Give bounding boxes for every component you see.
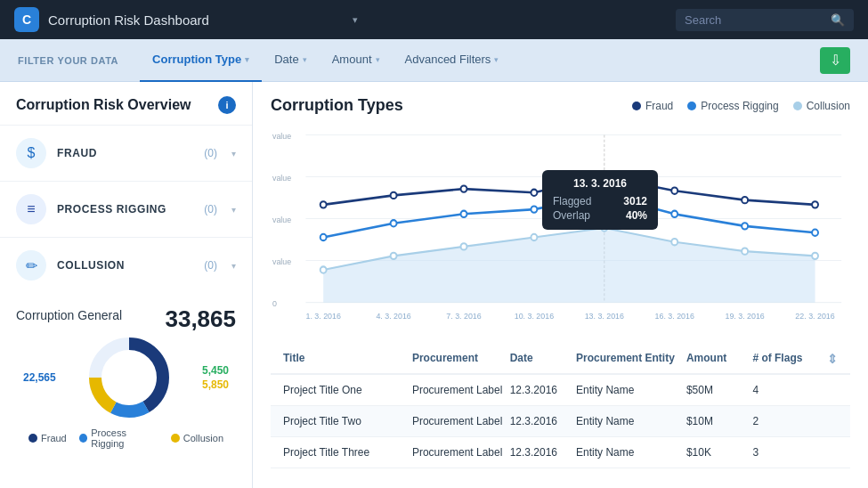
table-header: Title Procurement Date Procurement Entit… bbox=[271, 345, 850, 375]
process-dot bbox=[79, 434, 87, 443]
svg-point-27 bbox=[600, 191, 608, 199]
row-amount: $10M bbox=[686, 415, 749, 427]
chevron-down-icon: ▾ bbox=[303, 55, 307, 64]
table-row: Project Title Two Procurement Label 12.3… bbox=[271, 406, 850, 437]
app-logo: C bbox=[14, 7, 39, 32]
row-entity: Entity Name bbox=[576, 384, 683, 396]
chevron-down-icon: ▾ bbox=[231, 149, 236, 159]
col-date: Date bbox=[510, 352, 572, 366]
chevron-down-icon: ▾ bbox=[231, 205, 236, 215]
legend-process-chart: Process Rigging bbox=[687, 100, 778, 112]
svg-point-37 bbox=[742, 197, 748, 203]
table-row: Project Title One Procurement Label 12.3… bbox=[271, 375, 850, 406]
svg-text:1. 3. 2016: 1. 3. 2016 bbox=[305, 312, 340, 321]
sidebar-overview-title: Corruption Risk Overview bbox=[16, 97, 209, 113]
table-row: Project Title Three Procurement Label 12… bbox=[271, 437, 850, 468]
line-chart-container: value value value value 0 bbox=[271, 126, 850, 330]
svg-point-19 bbox=[601, 224, 607, 231]
svg-point-31 bbox=[320, 201, 327, 207]
svg-text:19. 3. 2016: 19. 3. 2016 bbox=[725, 312, 764, 321]
search-input[interactable] bbox=[685, 13, 825, 27]
svg-point-23 bbox=[320, 234, 327, 240]
svg-text:0: 0 bbox=[272, 299, 277, 308]
sidebar: Corruption Risk Overview i $ FRAUD (0) ▾… bbox=[0, 82, 253, 488]
filter-amount[interactable]: Amount ▾ bbox=[320, 39, 393, 82]
search-bar: 🔍 bbox=[676, 9, 854, 31]
row-procurement: Procurement Label bbox=[412, 446, 507, 459]
filter-bar-label: FILTER YOUR DATA bbox=[18, 55, 118, 66]
svg-point-15 bbox=[320, 266, 327, 272]
search-icon: 🔍 bbox=[831, 13, 845, 27]
donut-left-label: 22,565 bbox=[23, 371, 56, 384]
main-layout: Corruption Risk Overview i $ FRAUD (0) ▾… bbox=[0, 82, 868, 488]
process-rigging-count: (0) bbox=[204, 203, 217, 216]
donut-chart-row: 22,565 5,450 5,850 bbox=[16, 333, 236, 422]
fraud-dot bbox=[28, 434, 37, 443]
row-title: Project Title Two bbox=[283, 415, 409, 427]
line-chart-svg: value value value value 0 bbox=[271, 126, 850, 330]
svg-point-20 bbox=[671, 239, 677, 245]
filter-corruption-type[interactable]: Corruption Type ▾ bbox=[140, 39, 262, 82]
svg-text:value: value bbox=[272, 173, 291, 182]
svg-point-38 bbox=[812, 201, 818, 207]
filter-date[interactable]: Date ▾ bbox=[262, 39, 319, 82]
svg-point-26 bbox=[531, 206, 537, 212]
collusion-count: (0) bbox=[204, 259, 217, 272]
row-title: Project Title One bbox=[283, 384, 409, 396]
collusion-dot bbox=[171, 434, 180, 443]
sidebar-item-process-rigging[interactable]: ≡ PROCESS RIGGING (0) ▾ bbox=[0, 182, 252, 237]
sidebar-overview-header: Corruption Risk Overview i bbox=[0, 82, 252, 125]
legend-process: Process Rigging bbox=[79, 427, 158, 449]
svg-point-24 bbox=[391, 220, 397, 226]
svg-point-17 bbox=[461, 243, 467, 249]
download-button[interactable]: ⇩ bbox=[820, 47, 850, 74]
row-entity: Entity Name bbox=[576, 446, 683, 459]
data-table: Title Procurement Date Procurement Entit… bbox=[271, 345, 850, 468]
general-label: Corruption General bbox=[16, 308, 122, 322]
app-title-chevron[interactable]: ▾ bbox=[353, 14, 358, 26]
fraud-label: FRAUD bbox=[57, 147, 193, 159]
svg-point-35 bbox=[600, 173, 608, 181]
svg-text:22. 3. 2016: 22. 3. 2016 bbox=[795, 312, 834, 321]
chevron-down-icon: ▾ bbox=[376, 55, 380, 64]
row-flags: 4 bbox=[752, 384, 815, 396]
legend-collusion: Collusion bbox=[171, 433, 223, 443]
svg-point-36 bbox=[671, 188, 677, 194]
chevron-down-icon: ▾ bbox=[245, 55, 249, 64]
fraud-count: (0) bbox=[204, 147, 217, 159]
col-flags: # of Flags bbox=[752, 352, 815, 366]
sidebar-item-fraud[interactable]: $ FRAUD (0) ▾ bbox=[0, 126, 252, 181]
svg-point-25 bbox=[461, 211, 467, 217]
sidebar-section-fraud: $ FRAUD (0) ▾ bbox=[0, 125, 252, 181]
app-title: Corruption Risk Dashboard bbox=[48, 12, 349, 28]
chart-title: Corruption Types bbox=[271, 96, 614, 115]
chart-legend: Fraud Process Rigging Collusion bbox=[632, 100, 850, 112]
svg-text:4. 3. 2016: 4. 3. 2016 bbox=[376, 312, 410, 321]
svg-point-30 bbox=[812, 230, 818, 236]
col-entity: Procurement Entity bbox=[576, 352, 683, 366]
sidebar-item-collusion[interactable]: ✏ COLLUSION (0) ▾ bbox=[0, 238, 252, 293]
donut-val-yellow: 5,850 bbox=[202, 378, 229, 391]
row-flags: 2 bbox=[752, 415, 815, 427]
row-amount: $50M bbox=[686, 384, 749, 396]
process-rigging-icon: ≡ bbox=[16, 194, 46, 224]
donut-right-labels: 5,450 5,850 bbox=[202, 364, 229, 391]
row-procurement: Procurement Label bbox=[412, 384, 507, 396]
filter-advanced[interactable]: Advanced Filters ▾ bbox=[393, 39, 512, 82]
top-nav: C Corruption Risk Dashboard ▾ 🔍 bbox=[0, 0, 868, 39]
filter-bar: FILTER YOUR DATA Corruption Type ▾ Date … bbox=[0, 39, 868, 82]
row-date: 12.3.2016 bbox=[510, 415, 572, 427]
row-procurement: Procurement Label bbox=[412, 415, 507, 427]
col-sort[interactable]: ⇕ bbox=[819, 352, 838, 366]
row-amount: $10K bbox=[686, 446, 749, 459]
chevron-down-icon: ▾ bbox=[494, 55, 499, 64]
svg-point-21 bbox=[742, 248, 748, 254]
row-date: 12.3.2016 bbox=[510, 446, 572, 459]
row-entity: Entity Name bbox=[576, 415, 683, 427]
svg-point-22 bbox=[812, 253, 818, 259]
svg-text:13. 3. 2016: 13. 3. 2016 bbox=[585, 312, 624, 321]
svg-text:7. 3. 2016: 7. 3. 2016 bbox=[446, 312, 481, 321]
svg-point-28 bbox=[671, 211, 677, 217]
svg-text:value: value bbox=[272, 131, 291, 140]
collusion-label: COLLUSION bbox=[57, 259, 193, 272]
